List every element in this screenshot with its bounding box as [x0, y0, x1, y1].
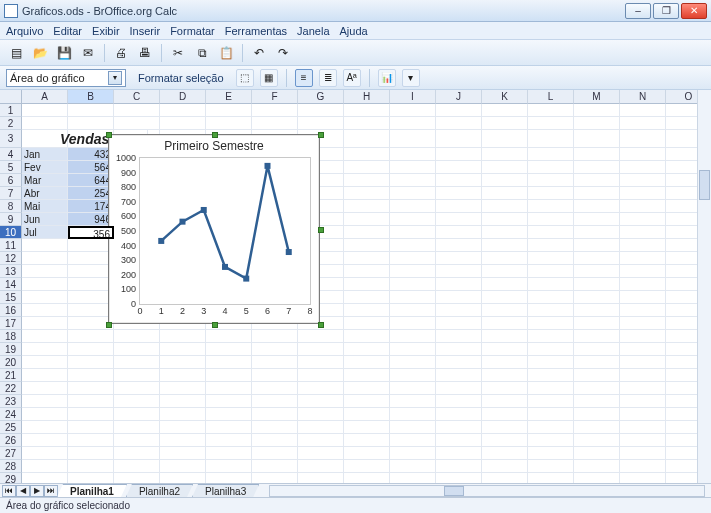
cell[interactable] [114, 369, 160, 382]
cell[interactable] [68, 382, 114, 395]
row-header-14[interactable]: 14 [0, 278, 22, 291]
cell[interactable] [344, 213, 390, 226]
print-icon[interactable]: 🖶 [135, 43, 155, 63]
cell[interactable] [344, 161, 390, 174]
row-header-24[interactable]: 24 [0, 408, 22, 421]
cell[interactable] [22, 317, 68, 330]
cell[interactable] [482, 161, 528, 174]
cell[interactable] [252, 408, 298, 421]
cell[interactable] [574, 330, 620, 343]
cell[interactable] [160, 356, 206, 369]
column-header-M[interactable]: M [574, 90, 620, 104]
cell[interactable] [482, 304, 528, 317]
cell[interactable] [344, 304, 390, 317]
cell[interactable] [390, 213, 436, 226]
cell[interactable] [390, 408, 436, 421]
column-header-C[interactable]: C [114, 90, 160, 104]
cell[interactable] [68, 473, 114, 483]
cell[interactable] [436, 252, 482, 265]
cell[interactable] [160, 117, 206, 130]
menu-editar[interactable]: Editar [53, 25, 82, 37]
cell[interactable] [436, 434, 482, 447]
cell[interactable] [574, 473, 620, 483]
cell[interactable] [206, 382, 252, 395]
cell[interactable] [390, 252, 436, 265]
cell[interactable] [482, 473, 528, 483]
cell[interactable] [482, 148, 528, 161]
menu-ajuda[interactable]: Ajuda [340, 25, 368, 37]
cell[interactable] [574, 369, 620, 382]
cell[interactable] [528, 291, 574, 304]
cell[interactable] [22, 369, 68, 382]
column-header-E[interactable]: E [206, 90, 252, 104]
cell[interactable] [22, 330, 68, 343]
cell[interactable] [252, 447, 298, 460]
cell[interactable] [252, 343, 298, 356]
cell[interactable] [620, 252, 666, 265]
cell[interactable] [482, 434, 528, 447]
cell[interactable] [436, 408, 482, 421]
cell[interactable] [482, 395, 528, 408]
cell[interactable] [620, 104, 666, 117]
cell[interactable] [344, 356, 390, 369]
cell[interactable] [390, 434, 436, 447]
cell[interactable] [206, 369, 252, 382]
cell[interactable] [620, 130, 666, 148]
cell[interactable] [344, 382, 390, 395]
row-header-28[interactable]: 28 [0, 460, 22, 473]
cell[interactable] [160, 369, 206, 382]
cell[interactable] [436, 421, 482, 434]
cut-icon[interactable]: ✂ [168, 43, 188, 63]
cell[interactable] [482, 460, 528, 473]
cell[interactable] [206, 356, 252, 369]
cell[interactable] [68, 369, 114, 382]
cell[interactable] [68, 356, 114, 369]
cell[interactable] [68, 343, 114, 356]
cell[interactable] [574, 187, 620, 200]
cell[interactable] [390, 200, 436, 213]
cell[interactable] [160, 343, 206, 356]
row-header-1[interactable]: 1 [0, 104, 22, 117]
menu-exibir[interactable]: Exibir [92, 25, 120, 37]
row-header-25[interactable]: 25 [0, 421, 22, 434]
row-header-19[interactable]: 19 [0, 343, 22, 356]
cell[interactable] [344, 200, 390, 213]
cell[interactable] [620, 343, 666, 356]
cell[interactable] [344, 187, 390, 200]
cell[interactable] [344, 473, 390, 483]
column-header-D[interactable]: D [160, 90, 206, 104]
cell[interactable] [620, 278, 666, 291]
cell[interactable] [252, 460, 298, 473]
cell[interactable] [160, 460, 206, 473]
cell[interactable] [114, 356, 160, 369]
cell[interactable] [22, 278, 68, 291]
cell[interactable] [528, 369, 574, 382]
cell[interactable] [528, 317, 574, 330]
cell[interactable] [620, 395, 666, 408]
redo-icon[interactable]: ↷ [273, 43, 293, 63]
cell[interactable] [344, 317, 390, 330]
chart-plot-area[interactable]: 0100200300400500600700800900100001234567… [139, 157, 311, 305]
cell[interactable] [344, 421, 390, 434]
menu-formatar[interactable]: Formatar [170, 25, 215, 37]
cell[interactable] [206, 460, 252, 473]
cell[interactable] [528, 265, 574, 278]
cell[interactable] [22, 252, 68, 265]
cell[interactable] [574, 200, 620, 213]
cell[interactable] [390, 382, 436, 395]
cell[interactable] [390, 421, 436, 434]
cell[interactable] [390, 369, 436, 382]
cell[interactable] [620, 356, 666, 369]
cell[interactable] [114, 382, 160, 395]
cell[interactable] [22, 421, 68, 434]
cell[interactable] [344, 130, 390, 148]
cell[interactable] [206, 421, 252, 434]
cell[interactable] [68, 460, 114, 473]
tab-nav-last-icon[interactable]: ⏭ [44, 485, 58, 497]
cell[interactable] [482, 382, 528, 395]
row-header-16[interactable]: 16 [0, 304, 22, 317]
cell[interactable] [22, 304, 68, 317]
cell[interactable] [390, 226, 436, 239]
cell[interactable] [574, 148, 620, 161]
cell[interactable] [68, 421, 114, 434]
